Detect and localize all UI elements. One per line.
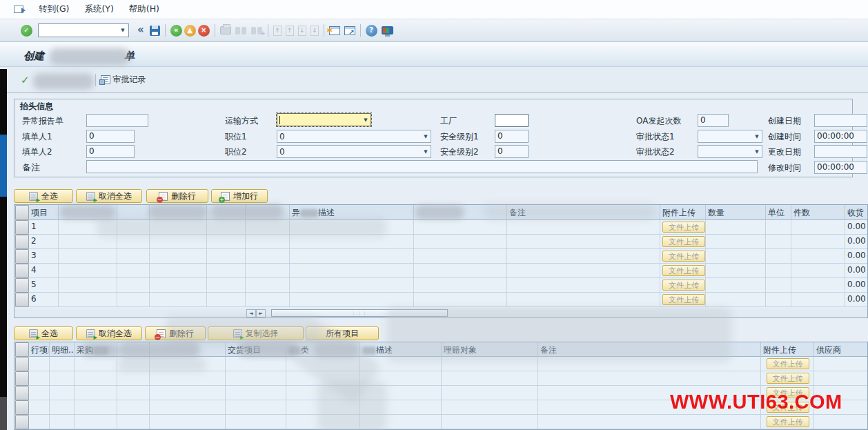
approval-status2-select[interactable]: ▼ bbox=[698, 145, 762, 158]
t2-cell[interactable] bbox=[29, 357, 50, 371]
file-upload-button[interactable]: 文件上传 bbox=[662, 280, 705, 291]
t1-cell[interactable] bbox=[59, 278, 117, 293]
t2-cell[interactable] bbox=[75, 371, 117, 386]
t2-cell[interactable] bbox=[117, 400, 150, 415]
t1-cell[interactable] bbox=[207, 249, 246, 264]
t2-cell[interactable] bbox=[226, 400, 286, 415]
row-select-button[interactable] bbox=[15, 415, 29, 429]
t2-cell[interactable] bbox=[29, 371, 50, 386]
row-select-button[interactable] bbox=[15, 235, 29, 249]
create-time-input[interactable]: 00:00:00 bbox=[814, 130, 867, 143]
t1-cell[interactable] bbox=[59, 264, 117, 278]
t2-cell[interactable] bbox=[75, 357, 117, 371]
file-upload-button[interactable]: 文件上传 bbox=[767, 416, 809, 427]
t1-cell[interactable] bbox=[706, 293, 766, 307]
col-attachment[interactable]: 附件上传 bbox=[660, 205, 706, 220]
t1-cell[interactable] bbox=[706, 278, 766, 293]
modify-time-input[interactable]: 00:00:00 bbox=[814, 161, 867, 174]
t1-cell[interactable] bbox=[791, 293, 845, 307]
next-page-icon[interactable]: ↓ bbox=[298, 26, 306, 36]
file-upload-button[interactable]: 文件上传 bbox=[662, 294, 705, 305]
t1-receipt-cell[interactable]: 0.00 bbox=[845, 278, 868, 293]
t1-cell[interactable] bbox=[246, 264, 290, 278]
approval-status1-select[interactable]: ▼ bbox=[698, 130, 762, 143]
t2-cell[interactable] bbox=[226, 415, 286, 429]
back-icon[interactable]: « bbox=[170, 25, 182, 37]
t1-cell[interactable] bbox=[414, 235, 507, 249]
t1-cell[interactable] bbox=[59, 293, 117, 307]
t1-cell[interactable] bbox=[766, 293, 791, 307]
t1-cell[interactable] bbox=[766, 278, 791, 293]
menu-goto[interactable]: 转到(G) bbox=[39, 3, 69, 15]
t2-cell[interactable] bbox=[117, 371, 150, 386]
t2-cell[interactable] bbox=[75, 400, 117, 415]
t1-receipt-cell[interactable]: 0.00 bbox=[845, 220, 868, 235]
row-select-button[interactable] bbox=[15, 220, 29, 235]
t1-cell[interactable] bbox=[414, 264, 507, 278]
t1-cell[interactable] bbox=[791, 264, 845, 278]
t1-cell[interactable] bbox=[706, 235, 766, 249]
t1-cell[interactable] bbox=[117, 249, 150, 264]
t1-cell[interactable] bbox=[507, 220, 660, 235]
t1-item-cell[interactable]: 3 bbox=[29, 249, 59, 264]
t2-cell[interactable] bbox=[75, 415, 117, 429]
t1-cell[interactable] bbox=[706, 220, 766, 235]
col-quantity[interactable]: 数量 bbox=[706, 205, 766, 220]
change-date-input[interactable] bbox=[814, 145, 867, 158]
t1-cell[interactable] bbox=[290, 293, 414, 307]
select-all-corner[interactable] bbox=[15, 205, 29, 220]
position2-select[interactable]: 0▼ bbox=[277, 145, 431, 158]
t1-item-cell[interactable]: 4 bbox=[29, 264, 59, 278]
t2-cell[interactable] bbox=[50, 371, 75, 386]
t1-cell[interactable] bbox=[766, 220, 791, 235]
add-row-button[interactable]: 增加行 bbox=[211, 189, 268, 203]
t1-cell[interactable] bbox=[290, 278, 414, 293]
t2-cell[interactable] bbox=[50, 386, 75, 400]
deselect-all-button[interactable]: 取消全选 bbox=[76, 189, 142, 203]
t1-cell[interactable] bbox=[246, 278, 290, 293]
row-select-button[interactable] bbox=[15, 264, 29, 278]
t1-cell[interactable] bbox=[791, 220, 845, 235]
position1-select[interactable]: 0▼ bbox=[277, 130, 431, 143]
chevron-down-icon[interactable]: ▼ bbox=[752, 134, 762, 139]
last-page-icon[interactable]: ⇓ bbox=[310, 26, 319, 36]
t1-cell[interactable] bbox=[507, 293, 660, 307]
customize-layout-icon[interactable] bbox=[382, 26, 393, 35]
abnormal-report-input[interactable] bbox=[86, 114, 148, 127]
t2-cell[interactable] bbox=[442, 371, 538, 386]
t2-cell[interactable] bbox=[814, 371, 868, 386]
t2-cell[interactable] bbox=[442, 400, 538, 415]
enter-button[interactable]: ✓ bbox=[21, 25, 32, 37]
t2-cell[interactable] bbox=[29, 400, 50, 415]
file-upload-button[interactable]: 文件上传 bbox=[662, 236, 705, 247]
select-all-button[interactable]: 全选 bbox=[14, 189, 73, 203]
t1-cell[interactable] bbox=[117, 278, 150, 293]
print-icon[interactable] bbox=[220, 26, 231, 35]
deselect-all-button-2[interactable]: 取消全选 bbox=[76, 326, 142, 340]
delete-row-button[interactable]: 删除行 bbox=[146, 189, 208, 203]
t1-receipt-cell[interactable]: 0.00 bbox=[845, 264, 868, 278]
t1-item-cell[interactable]: 2 bbox=[29, 235, 59, 249]
t1-cell[interactable] bbox=[246, 249, 290, 264]
t1-cell[interactable] bbox=[507, 235, 660, 249]
t2-cell[interactable] bbox=[117, 415, 150, 429]
t1-receipt-cell[interactable]: 0.00 bbox=[845, 249, 868, 264]
file-upload-button[interactable]: 文件上传 bbox=[662, 251, 705, 262]
remark-input[interactable] bbox=[86, 160, 758, 173]
row-select-button[interactable] bbox=[15, 249, 29, 264]
t2-cell[interactable] bbox=[50, 415, 75, 429]
t1-cell[interactable] bbox=[207, 293, 246, 307]
t1-cell[interactable] bbox=[766, 235, 791, 249]
find-next-icon[interactable] bbox=[251, 27, 263, 35]
t2-cell[interactable] bbox=[50, 357, 75, 371]
oa-count-input[interactable]: 0 bbox=[698, 114, 729, 127]
t1-cell[interactable] bbox=[207, 278, 246, 293]
t2-cell[interactable] bbox=[150, 400, 226, 415]
t1-receipt-cell[interactable]: 0.00 bbox=[845, 235, 868, 249]
t1-cell[interactable] bbox=[414, 278, 507, 293]
select-all-corner[interactable] bbox=[15, 342, 29, 357]
t2-cell[interactable] bbox=[226, 357, 286, 371]
t2-cell[interactable] bbox=[226, 371, 286, 386]
previous-page-icon[interactable]: ↑ bbox=[286, 26, 294, 36]
t2-cell[interactable] bbox=[150, 386, 226, 400]
